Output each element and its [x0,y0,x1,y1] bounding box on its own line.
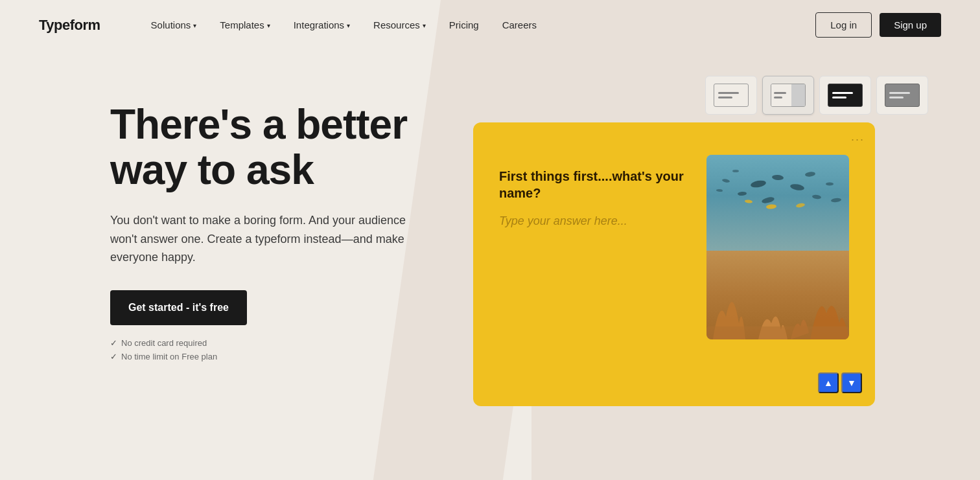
theme-btn-1[interactable] [705,76,757,115]
theme-btn-3[interactable] [819,76,871,115]
navbar: Typeform Solutions ▾ Templates ▾ Integra… [0,0,980,50]
hero-left: There's a better way to ask You don't wa… [110,76,434,361]
footnote-2: ✓ No time limit on Free plan [110,352,434,361]
chevron-down-icon: ▾ [347,22,350,29]
svg-point-9 [826,183,834,186]
svg-point-13 [716,189,723,192]
main-content: There's a better way to ask You don't wa… [0,50,980,406]
line [889,97,904,98]
nav-integrations[interactable]: Integrations ▾ [282,0,362,50]
nav-actions: Log in Sign up [815,12,941,38]
svg-point-12 [796,203,806,209]
theme-btn-2[interactable] [762,76,814,115]
line [774,97,782,98]
line [718,92,739,94]
hero-title: There's a better way to ask [110,102,434,193]
cta-button[interactable]: Get started - it's free [110,290,247,325]
nav-links: Solutions ▾ Templates ▾ Integrations ▾ R… [139,0,816,50]
line [718,97,732,98]
line [774,92,786,94]
svg-point-8 [732,170,739,172]
svg-point-7 [812,194,822,200]
chevron-down-icon: ▾ [423,22,426,29]
svg-point-6 [761,196,775,205]
form-dots: ··· [851,133,865,146]
line [832,92,853,94]
signup-button[interactable]: Sign up [880,13,941,37]
nav-careers[interactable]: Careers [491,0,548,50]
theme-btn-4[interactable] [876,76,928,115]
line [889,92,910,94]
chevron-down-icon: ▾ [267,22,270,29]
line [832,97,846,98]
footnote-1: ✓ No credit card required [110,338,434,348]
svg-point-11 [745,200,753,204]
hero-subtitle: You don't want to make a boring form. An… [110,211,408,267]
nav-resources[interactable]: Resources ▾ [362,0,438,50]
check-icon: ✓ [110,352,117,361]
svg-point-1 [772,174,784,181]
svg-point-3 [789,183,804,192]
form-preview-card: First things first....what's your name? … [473,122,875,406]
form-navigation: ▲ ▼ [818,372,862,393]
svg-rect-15 [706,326,849,339]
svg-point-14 [831,198,842,203]
nav-templates[interactable]: Templates ▾ [208,0,281,50]
form-question: First things first....what's your name? [499,168,706,201]
chevron-down-icon: ▾ [193,22,196,29]
nav-pricing[interactable]: Pricing [438,0,491,50]
hero-footnotes: ✓ No credit card required ✓ No time limi… [110,338,434,361]
form-image [706,155,849,339]
nav-solutions[interactable]: Solutions ▾ [139,0,209,50]
logo[interactable]: Typeform [39,17,100,34]
check-icon: ✓ [110,338,117,348]
svg-point-0 [750,179,766,189]
form-next-button[interactable]: ▼ [841,372,862,393]
svg-point-5 [722,178,730,183]
form-prev-button[interactable]: ▲ [818,372,839,393]
login-button[interactable]: Log in [815,12,872,38]
form-content: First things first....what's your name? … [499,155,706,228]
form-input-placeholder[interactable]: Type your answer here... [499,214,706,228]
fish-svg [706,155,849,339]
svg-point-4 [805,171,816,177]
svg-point-2 [738,191,747,196]
svg-point-10 [766,204,777,209]
theme-switcher [473,76,941,115]
hero-right: First things first....what's your name? … [473,76,941,406]
